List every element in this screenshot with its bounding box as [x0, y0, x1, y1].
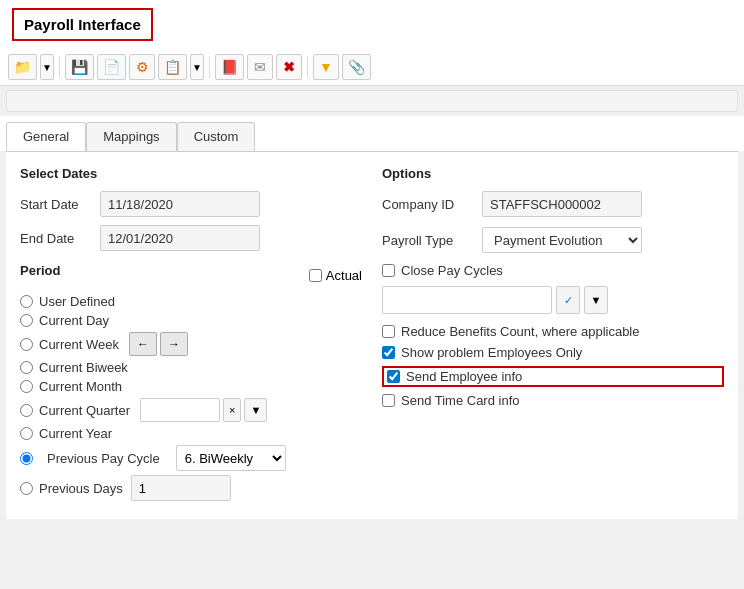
folder-dropdown-arrow[interactable]: ▼: [40, 54, 54, 80]
content-area: Select Dates Start Date End Date Period …: [6, 151, 738, 519]
company-id-label: Company ID: [382, 197, 482, 212]
radio-user-defined: User Defined: [20, 294, 362, 309]
cycle-select-input[interactable]: [382, 286, 552, 314]
cycle-select-row: ✓ ▼: [382, 286, 724, 314]
folder-button[interactable]: 📁: [8, 54, 37, 80]
pdf-button[interactable]: 📕: [215, 54, 244, 80]
tab-general[interactable]: General: [6, 122, 86, 151]
reduce-benefits-label: Reduce Benefits Count, where applicable: [401, 324, 639, 339]
dropdown-quarter-button[interactable]: ▼: [244, 398, 267, 422]
close-icon: ✖: [283, 59, 295, 75]
close-pay-label: Close Pay Cycles: [401, 263, 503, 278]
close-pay-checkbox[interactable]: [382, 264, 395, 277]
radio-current-week-input[interactable]: [20, 338, 33, 351]
radio-current-week-label: Current Week: [39, 337, 119, 352]
reduce-benefits-checkbox[interactable]: [382, 325, 395, 338]
cycle-dropdown-button[interactable]: ▼: [584, 286, 608, 314]
clip-button[interactable]: 📎: [342, 54, 371, 80]
radio-current-biweek-input[interactable]: [20, 361, 33, 374]
send-time-checkbox[interactable]: [382, 394, 395, 407]
radio-current-day-input[interactable]: [20, 314, 33, 327]
actual-checkbox-row: Actual: [309, 268, 362, 283]
period-section: Period Actual User Defined Current Day C…: [20, 263, 362, 501]
radio-current-biweek-label: Current Biweek: [39, 360, 128, 375]
save-icon: 💾: [71, 59, 88, 75]
company-id-input[interactable]: [482, 191, 642, 217]
page-title: Payroll Interface: [12, 8, 153, 41]
gear-icon: ⚙: [136, 59, 149, 75]
radio-user-defined-label: User Defined: [39, 294, 115, 309]
gear-button[interactable]: ⚙: [129, 54, 155, 80]
check-icon: ✓: [564, 294, 573, 307]
tab-mappings[interactable]: Mappings: [86, 122, 176, 151]
left-panel: Select Dates Start Date End Date Period …: [20, 166, 362, 505]
prev-week-button[interactable]: ←: [129, 332, 157, 356]
email-icon: ✉: [254, 59, 266, 75]
filter-icon: ▼: [319, 59, 333, 75]
period-header: Period Actual: [20, 263, 362, 288]
doc2-icon: 📋: [164, 59, 181, 75]
doc2-button[interactable]: 📋: [158, 54, 187, 80]
radio-current-quarter-label: Current Quarter: [39, 403, 130, 418]
send-time-row: Send Time Card info: [382, 393, 724, 408]
radio-current-year: Current Year: [20, 426, 362, 441]
save-button[interactable]: 💾: [65, 54, 94, 80]
actual-checkbox[interactable]: [309, 269, 322, 282]
radio-prev-days: Previous Days: [20, 475, 362, 501]
actual-label: Actual: [326, 268, 362, 283]
toolbar: 📁 ▼ 💾 📄 ⚙ 📋 ▼ 📕 ✉ ✖ ▼ 📎: [0, 49, 744, 86]
close-x-button[interactable]: ✖: [276, 54, 302, 80]
radio-current-week: Current Week ← →: [20, 332, 362, 356]
start-date-row: Start Date: [20, 191, 362, 217]
week-nav-arrows: ← →: [129, 332, 188, 356]
cycle-check-button[interactable]: ✓: [556, 286, 580, 314]
folder-icon: 📁: [14, 59, 31, 75]
radio-user-defined-input[interactable]: [20, 295, 33, 308]
show-problem-checkbox[interactable]: [382, 346, 395, 359]
radio-prev-pay-cycle-input[interactable]: [20, 452, 33, 465]
tabs-container: General Mappings Custom: [0, 116, 744, 151]
show-problem-row: Show problem Employees Only: [382, 345, 724, 360]
end-date-label: End Date: [20, 231, 100, 246]
options-title: Options: [382, 166, 724, 181]
send-employee-row: Send Employee info: [382, 366, 724, 387]
radio-prev-days-input[interactable]: [20, 482, 33, 495]
right-arrow-icon: →: [168, 337, 180, 351]
start-date-input[interactable]: [100, 191, 260, 217]
payroll-type-dropdown[interactable]: Payment Evolution: [482, 227, 642, 253]
radio-current-quarter-input[interactable]: [20, 404, 33, 417]
prev-cycle-dropdown[interactable]: 6. BiWeekly: [176, 445, 286, 471]
radio-prev-pay-cycle: Previous Pay Cycle 6. BiWeekly: [20, 445, 362, 471]
email-button[interactable]: ✉: [247, 54, 273, 80]
radio-current-quarter: Current Quarter × ▼: [20, 398, 362, 422]
tab-custom[interactable]: Custom: [177, 122, 256, 151]
doc2-dropdown-arrow[interactable]: ▼: [190, 54, 204, 80]
reduce-benefits-row: Reduce Benefits Count, where applicable: [382, 324, 724, 339]
radio-current-year-input[interactable]: [20, 427, 33, 440]
filter-button[interactable]: ▼: [313, 54, 339, 80]
radio-current-month-label: Current Month: [39, 379, 122, 394]
quarter-input[interactable]: [140, 398, 220, 422]
clear-quarter-button[interactable]: ×: [223, 398, 241, 422]
close-pay-row: Close Pay Cycles: [382, 263, 724, 278]
search-bar[interactable]: [6, 90, 738, 112]
end-date-input[interactable]: [100, 225, 260, 251]
payroll-type-label: Payroll Type: [382, 233, 482, 248]
radio-prev-days-label: Previous Days: [39, 481, 123, 496]
prev-days-input[interactable]: [131, 475, 231, 501]
send-employee-checkbox[interactable]: [387, 370, 400, 383]
send-time-label: Send Time Card info: [401, 393, 520, 408]
period-title: Period: [20, 263, 60, 278]
right-panel: Options Company ID Payroll Type Payment …: [382, 166, 724, 505]
start-date-label: Start Date: [20, 197, 100, 212]
doc-icon: 📄: [103, 59, 120, 75]
radio-current-month: Current Month: [20, 379, 362, 394]
cycle-dropdown-icon: ▼: [591, 294, 602, 306]
radio-current-day: Current Day: [20, 313, 362, 328]
radio-current-day-label: Current Day: [39, 313, 109, 328]
send-employee-label: Send Employee info: [406, 369, 522, 384]
radio-current-month-input[interactable]: [20, 380, 33, 393]
select-dates-title: Select Dates: [20, 166, 362, 181]
next-week-button[interactable]: →: [160, 332, 188, 356]
doc-button[interactable]: 📄: [97, 54, 126, 80]
